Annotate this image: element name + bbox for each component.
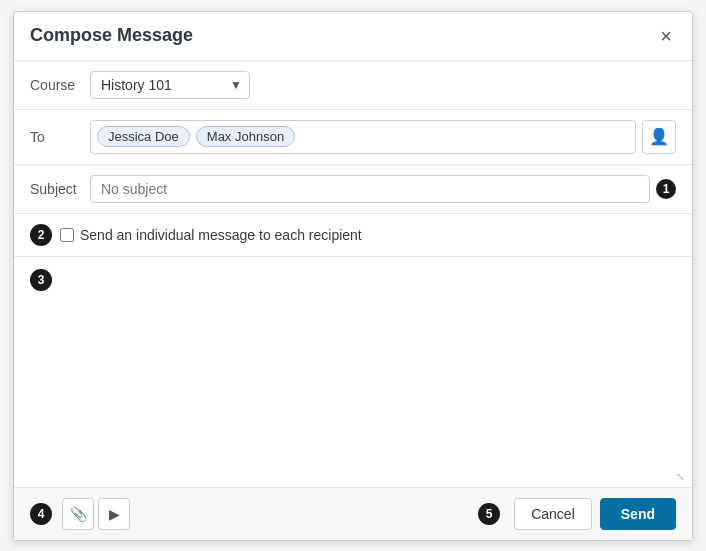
individual-message-checkbox[interactable] bbox=[60, 228, 74, 242]
dialog-header: Compose Message × bbox=[14, 12, 692, 61]
to-row: To Jessica Doe Max Johnson 👤 bbox=[14, 110, 692, 165]
subject-input[interactable] bbox=[90, 175, 650, 203]
dialog-body: Course History 101 Math 201 English 301 … bbox=[14, 61, 692, 487]
subject-label: Subject bbox=[30, 181, 90, 197]
media-icon: ▶ bbox=[109, 506, 120, 522]
message-textarea[interactable] bbox=[60, 265, 676, 479]
message-area-badge: 3 bbox=[30, 269, 52, 291]
close-button[interactable]: × bbox=[656, 24, 676, 48]
course-label: Course bbox=[30, 77, 90, 93]
dialog-backdrop: Compose Message × Course History 101 Mat… bbox=[0, 0, 706, 551]
compose-message-dialog: Compose Message × Course History 101 Mat… bbox=[13, 11, 693, 541]
attach-icon: 📎 bbox=[70, 506, 87, 522]
attach-button[interactable]: 📎 bbox=[62, 498, 94, 530]
individual-message-label: Send an individual message to each recip… bbox=[80, 227, 362, 243]
footer-right: 5 Cancel Send bbox=[478, 498, 676, 530]
address-book-button[interactable]: 👤 bbox=[642, 120, 676, 154]
individual-badge: 2 bbox=[30, 224, 52, 246]
footer-left: 4 📎 ▶ bbox=[30, 498, 130, 530]
recipient-tag-jessica: Jessica Doe bbox=[97, 126, 190, 147]
subject-row-inner: 1 bbox=[90, 175, 676, 203]
recipients-field[interactable]: Jessica Doe Max Johnson bbox=[90, 120, 636, 154]
to-label: To bbox=[30, 129, 90, 145]
subject-row: Subject 1 bbox=[14, 165, 692, 214]
course-select-wrapper: History 101 Math 201 English 301 ▼ bbox=[90, 71, 250, 99]
media-button[interactable]: ▶ bbox=[98, 498, 130, 530]
message-area-wrapper: 3 ⤡ bbox=[14, 257, 692, 487]
dialog-footer: 4 📎 ▶ 5 Cancel Send bbox=[14, 487, 692, 540]
dialog-title: Compose Message bbox=[30, 25, 193, 46]
cancel-button[interactable]: Cancel bbox=[514, 498, 592, 530]
send-area-badge: 5 bbox=[478, 503, 500, 525]
recipient-tag-max: Max Johnson bbox=[196, 126, 295, 147]
subject-badge: 1 bbox=[656, 179, 676, 199]
course-row: Course History 101 Math 201 English 301 … bbox=[14, 61, 692, 110]
resize-handle-icon: ⤡ bbox=[676, 471, 688, 483]
address-book-icon: 👤 bbox=[649, 127, 669, 146]
toolbar-badge: 4 bbox=[30, 503, 52, 525]
course-select[interactable]: History 101 Math 201 English 301 bbox=[90, 71, 250, 99]
send-button[interactable]: Send bbox=[600, 498, 676, 530]
individual-message-row: 2 Send an individual message to each rec… bbox=[14, 214, 692, 257]
